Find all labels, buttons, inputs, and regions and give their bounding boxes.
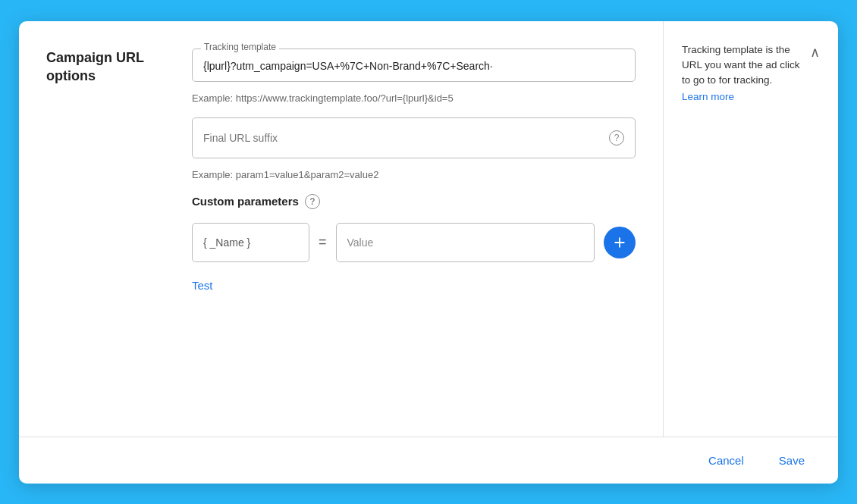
tracking-template-group: Tracking template — [192, 49, 636, 82]
right-panel: Tracking template is the URL you want th… — [664, 21, 838, 437]
param-value-placeholder: Value — [347, 236, 374, 249]
test-link[interactable]: Test — [192, 279, 213, 292]
tracking-template-input[interactable] — [192, 49, 636, 82]
param-name-placeholder: { _Name } — [203, 236, 250, 249]
add-param-button[interactable] — [604, 227, 636, 258]
params-row: { _Name } = Value — [192, 223, 636, 262]
campaign-url-dialog: Campaign URL options Tracking template E… — [19, 21, 838, 484]
param-value-field[interactable]: Value — [336, 223, 595, 262]
collapse-icon[interactable]: ∧ — [810, 44, 820, 61]
section-title: Campaign URL options — [46, 49, 149, 86]
learn-more-link[interactable]: Learn more — [682, 91, 820, 102]
tracking-example: Example: https://www.trackingtemplate.fo… — [192, 92, 636, 104]
custom-params-help-icon[interactable]: ? — [305, 194, 320, 209]
final-url-suffix-input[interactable] — [203, 132, 609, 144]
right-panel-header: Tracking template is the URL you want th… — [682, 42, 820, 89]
add-icon — [611, 234, 628, 251]
final-url-suffix-help-icon[interactable]: ? — [609, 130, 624, 146]
custom-params-label: Custom parameters ? — [192, 194, 636, 209]
help-description: Tracking template is the URL you want th… — [682, 42, 810, 89]
equals-sign: = — [319, 234, 327, 250]
save-button[interactable]: Save — [767, 448, 817, 473]
final-url-suffix-group: ? — [192, 117, 636, 158]
custom-params-text: Custom parameters — [192, 195, 299, 208]
main-panel: Tracking template Example: https://www.t… — [171, 21, 664, 437]
dialog-footer: Cancel Save — [19, 437, 838, 484]
param-name-field[interactable]: { _Name } — [192, 223, 309, 262]
tracking-template-label: Tracking template — [201, 42, 279, 52]
cancel-button[interactable]: Cancel — [696, 448, 756, 473]
suffix-example: Example: param1=value1&param2=value2 — [192, 169, 636, 180]
left-panel: Campaign URL options — [19, 21, 171, 437]
suffix-input-wrap: ? — [192, 117, 636, 158]
